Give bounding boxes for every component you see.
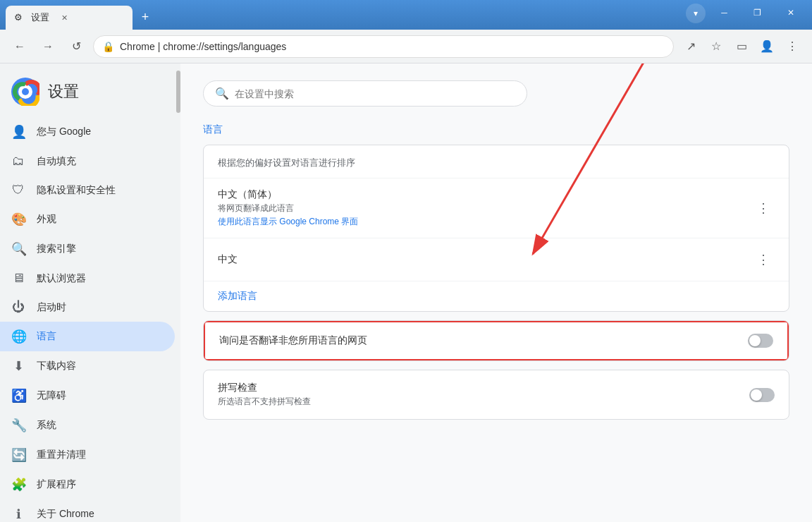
sidebar-icon-google-account: 👤: [11, 124, 25, 140]
refresh-button[interactable]: ↺: [65, 35, 87, 58]
bookmark-button[interactable]: ☆: [705, 35, 727, 58]
active-tab[interactable]: ⚙ 设置 ✕: [6, 6, 133, 30]
language-order-card: 根据您的偏好设置对语言进行排序 中文（简体） 将网页翻译成此语言 使用此语言显示…: [203, 145, 789, 312]
language-item-chinese: 中文 ⋮: [204, 238, 789, 281]
sidebar-label-accessibility: 无障碍: [37, 389, 66, 402]
sidebar-label-privacy: 隐私设置和安全性: [37, 184, 116, 197]
sidebar-item-downloads[interactable]: ⬇ 下载内容: [0, 351, 175, 381]
tab-title: 设置: [31, 11, 49, 24]
add-language-button[interactable]: 添加语言: [204, 281, 271, 311]
chrome-logo: [11, 78, 39, 106]
tab-favicon: ⚙: [14, 12, 25, 23]
svg-point-3: [22, 88, 29, 95]
search-icon: 🔍: [215, 87, 229, 100]
sidebar-icon-appearance: 🎨: [11, 212, 25, 227]
language-info-chinese: 中文: [218, 253, 752, 266]
sidebar-label-appearance: 外观: [37, 213, 56, 226]
translate-card: 询问是否翻译非您所用语言的网页: [203, 320, 789, 361]
content-area: 🔍 语言 根据您的偏好设置对语言进行排序 中文（简体） 将网页翻译成此语言 使用…: [180, 63, 812, 522]
section-title: 语言: [203, 123, 789, 136]
spell-check-label: 拼写检查: [218, 382, 749, 394]
more-button[interactable]: ⋮: [781, 35, 804, 58]
sidebar-item-reset[interactable]: 🔄 重置并清理: [0, 440, 175, 470]
sidebar-item-extensions[interactable]: 🧩 扩展程序: [0, 470, 175, 499]
sidebar-icon-autofill: 🗂: [11, 154, 25, 169]
sidebar-label-about: 关于 Chrome: [37, 508, 94, 521]
back-button[interactable]: ←: [8, 35, 31, 58]
settings-header: 设置: [0, 69, 180, 117]
sidebar-icon-reset: 🔄: [11, 447, 25, 463]
sidebar-label-system: 系统: [37, 419, 56, 432]
sidebar-item-appearance[interactable]: 🎨 外观: [0, 205, 175, 234]
address-text: Chrome | chrome://settings/languages: [120, 41, 665, 52]
sidebar-icon-browser: 🖥: [11, 271, 25, 286]
sidebar-item-about[interactable]: ℹ 关于 Chrome: [0, 499, 175, 522]
sidebar: 设置 👤 您与 Google 🗂 自动填充 🛡 隐私设置和安全性 🎨 外观 🔍 …: [0, 63, 180, 522]
window-controls: ─ ❐ ✕: [708, 3, 806, 23]
language-menu-chinese[interactable]: ⋮: [752, 248, 775, 271]
translate-row: 询问是否翻译非您所用语言的网页: [204, 321, 789, 360]
new-tab-button[interactable]: +: [135, 7, 155, 27]
sidebar-label-google-account: 您与 Google: [37, 126, 91, 138]
translate-label: 询问是否翻译非您所用语言的网页: [219, 334, 748, 347]
sidebar-item-google-account[interactable]: 👤 您与 Google: [0, 117, 175, 147]
language-name-simplified: 中文（简体）: [218, 188, 752, 201]
nav-actions: ↗ ☆ ▭ 👤 ⋮: [679, 35, 804, 58]
sidebar-icon-languages: 🌐: [11, 329, 25, 344]
account-button[interactable]: 👤: [756, 35, 778, 58]
spell-check-sub: 所选语言不支持拼写检查: [218, 396, 749, 408]
sidebar-item-system[interactable]: 🔧 系统: [0, 411, 175, 440]
settings-title: 设置: [48, 81, 79, 102]
language-info-simplified: 中文（简体） 将网页翻译成此语言 使用此语言显示 Google Chrome 界…: [218, 188, 752, 228]
card-header: 根据您的偏好设置对语言进行排序: [204, 145, 789, 178]
address-bar[interactable]: 🔒 Chrome | chrome://settings/languages: [93, 35, 674, 58]
language-name-chinese: 中文: [218, 253, 752, 266]
tab-close-button[interactable]: ✕: [58, 11, 70, 24]
minimize-button[interactable]: ─: [708, 3, 740, 23]
sidebar-icon-search: 🔍: [11, 241, 25, 257]
language-menu-simplified[interactable]: ⋮: [752, 197, 775, 219]
sidebar-label-browser: 默认浏览器: [37, 272, 86, 285]
language-sub-translate: 将网页翻译成此语言: [218, 202, 752, 214]
sidebar-icon-downloads: ⬇: [11, 358, 25, 374]
spell-check-row: 拼写检查 所选语言不支持拼写检查: [204, 370, 789, 419]
sidebar-label-downloads: 下载内容: [37, 360, 76, 372]
lock-icon: 🔒: [102, 41, 114, 52]
add-language-row: 添加语言: [204, 281, 789, 311]
sidebar-label-extensions: 扩展程序: [37, 478, 76, 491]
sidebar-label-search: 搜索引擎: [37, 243, 76, 255]
sidebar-icon-startup: ⏻: [11, 300, 25, 315]
sidebar-icon-accessibility: ♿: [11, 388, 25, 403]
spell-check-card: 拼写检查 所选语言不支持拼写检查: [203, 370, 789, 420]
sidebar-items: 👤 您与 Google 🗂 自动填充 🛡 隐私设置和安全性 🎨 外观 🔍 搜索引…: [0, 117, 180, 522]
sidebar-icon-about: ℹ: [11, 506, 25, 522]
share-button[interactable]: ↗: [679, 35, 702, 58]
close-button[interactable]: ✕: [775, 3, 806, 23]
sidebar-label-reset: 重置并清理: [37, 449, 86, 461]
language-link-display[interactable]: 使用此语言显示 Google Chrome 界面: [218, 217, 358, 226]
sidebar-label-autofill: 自动填充: [37, 155, 76, 168]
sidebar-icon-privacy: 🛡: [11, 183, 25, 198]
spell-check-info: 拼写检查 所选语言不支持拼写检查: [218, 382, 749, 408]
sidebar-item-search[interactable]: 🔍 搜索引擎: [0, 234, 175, 264]
sidebar-item-languages[interactable]: 🌐 语言: [0, 322, 175, 351]
sidebar-label-startup: 启动时: [37, 301, 66, 314]
sidebar-toggle-button[interactable]: ▭: [730, 35, 753, 58]
sidebar-item-privacy[interactable]: 🛡 隐私设置和安全性: [0, 176, 175, 205]
sidebar-item-autofill[interactable]: 🗂 自动填充: [0, 147, 175, 176]
spell-check-toggle[interactable]: [749, 388, 775, 402]
chrome-menu-button[interactable]: ▾: [686, 4, 706, 23]
main-layout: 设置 👤 您与 Google 🗂 自动填充 🛡 隐私设置和安全性 🎨 外观 🔍 …: [0, 63, 812, 522]
navigation-bar: ← → ↺ 🔒 Chrome | chrome://settings/langu…: [0, 30, 812, 63]
sidebar-icon-extensions: 🧩: [11, 477, 25, 492]
sidebar-item-browser[interactable]: 🖥 默认浏览器: [0, 264, 175, 293]
sidebar-label-languages: 语言: [37, 330, 56, 343]
tab-area: ⚙ 设置 ✕ +: [6, 0, 683, 30]
sidebar-item-startup[interactable]: ⏻ 启动时: [0, 293, 175, 322]
sidebar-item-accessibility[interactable]: ♿ 无障碍: [0, 381, 175, 411]
search-bar[interactable]: 🔍: [203, 80, 527, 107]
search-input[interactable]: [235, 88, 515, 99]
forward-button[interactable]: →: [37, 35, 59, 58]
translate-toggle[interactable]: [748, 334, 773, 348]
restore-button[interactable]: ❐: [742, 3, 773, 23]
